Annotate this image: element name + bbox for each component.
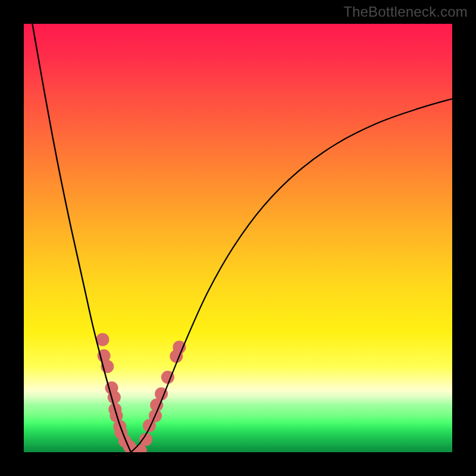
chart-marker (149, 409, 162, 422)
chart-marker (101, 360, 114, 373)
chart-marker (114, 426, 127, 439)
chart-frame: TheBottleneck.com (0, 0, 476, 476)
chart-marker (134, 444, 147, 452)
chart-marker (155, 387, 168, 400)
chart-marker (170, 350, 183, 363)
chart-marker (108, 391, 121, 404)
chart-marker (118, 434, 131, 447)
chart-marker (173, 341, 186, 354)
chart-marker (108, 403, 121, 416)
chart-marker (150, 399, 163, 412)
watermark-text: TheBottleneck.com (343, 4, 468, 20)
chart-marker (139, 433, 152, 446)
chart-marker (123, 440, 136, 452)
chart-svg (24, 24, 452, 452)
chart-marker (143, 419, 156, 432)
chart-marker (161, 371, 174, 384)
chart-marker (96, 333, 109, 346)
chart-markers (96, 333, 186, 452)
chart-marker (105, 381, 118, 394)
chart-marker (113, 420, 126, 433)
chart-curve-right (131, 99, 452, 452)
chart-plot-area (24, 24, 452, 452)
chart-marker (98, 349, 111, 362)
chart-curve-left (32, 24, 131, 452)
chart-marker (110, 409, 123, 422)
chart-marker (127, 444, 140, 452)
